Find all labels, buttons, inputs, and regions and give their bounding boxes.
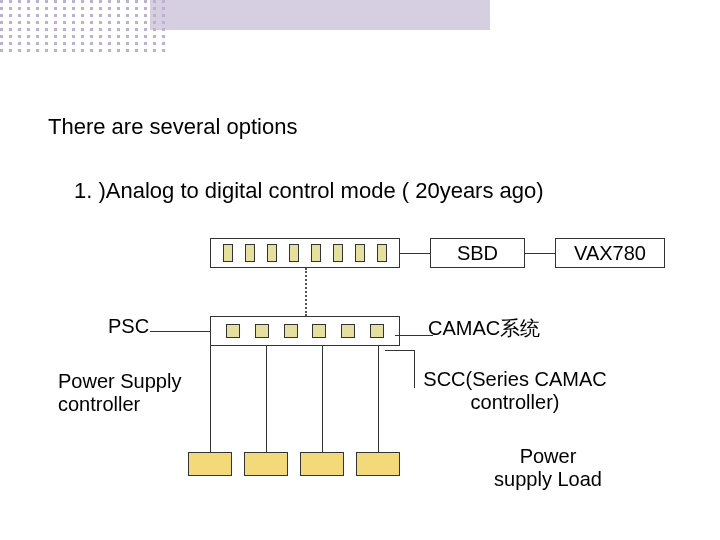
rack-slot xyxy=(312,324,326,338)
psc-label: PSC xyxy=(108,315,149,338)
rack-slot xyxy=(311,244,321,262)
power-supply-box xyxy=(188,452,232,476)
camac-system-label: CAMAC系统 xyxy=(428,315,540,342)
rack-slot xyxy=(245,244,255,262)
scc-label: SCC(Series CAMAC controller) xyxy=(400,368,630,414)
dotted-connector xyxy=(305,268,307,316)
rack-slot xyxy=(377,244,387,262)
power-supply-load-label: Power supply Load xyxy=(488,445,608,491)
rack-slot xyxy=(370,324,384,338)
power-supply-controller-label: Power Supply controller xyxy=(58,370,218,416)
decorative-band xyxy=(150,0,490,30)
rack-slot xyxy=(284,324,298,338)
connector-line xyxy=(378,346,379,452)
lower-rack xyxy=(210,316,400,346)
rack-slot xyxy=(223,244,233,262)
rack-slot xyxy=(341,324,355,338)
connector-line xyxy=(525,253,555,254)
power-supply-box xyxy=(244,452,288,476)
rack-slot xyxy=(255,324,269,338)
page-title: There are several options xyxy=(48,114,297,140)
sbd-box: SBD xyxy=(430,238,525,268)
connector-line xyxy=(150,331,210,332)
page-subtitle: 1. )Analog to digital control mode ( 20y… xyxy=(74,178,544,204)
connector-line xyxy=(400,253,430,254)
upper-rack xyxy=(210,238,400,268)
power-supply-box xyxy=(300,452,344,476)
connector-line xyxy=(395,335,433,336)
power-supply-box xyxy=(356,452,400,476)
diagram-stage: SBD VAX780 PSC Power Supply controller C… xyxy=(0,220,720,540)
vax-box: VAX780 xyxy=(555,238,665,268)
rack-slot xyxy=(333,244,343,262)
connector-line xyxy=(322,346,323,452)
rack-slot xyxy=(267,244,277,262)
decorative-dot-grid xyxy=(0,0,180,72)
connector-line xyxy=(266,346,267,452)
rack-slot xyxy=(289,244,299,262)
rack-slot xyxy=(226,324,240,338)
rack-slot xyxy=(355,244,365,262)
connector-line xyxy=(210,346,211,452)
